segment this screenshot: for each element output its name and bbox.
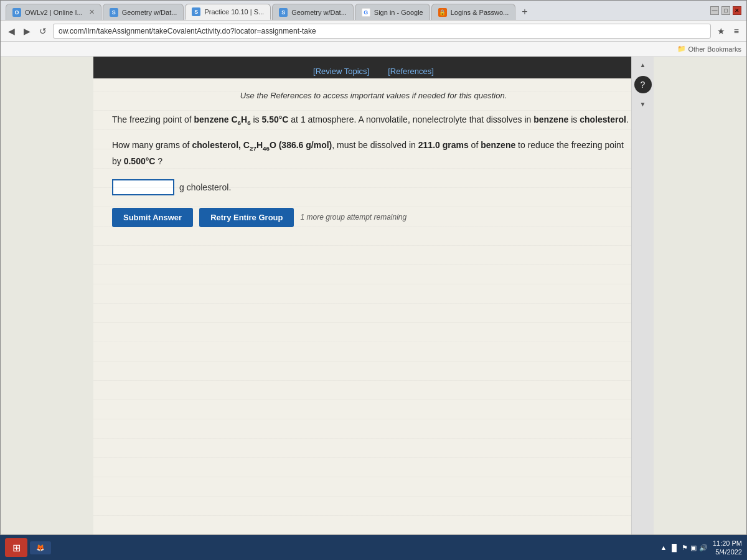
delta-t-bold: 0.500°C: [124, 156, 156, 166]
firefox-icon: 🦊: [36, 544, 45, 552]
help-icon[interactable]: ?: [634, 76, 652, 93]
tab-favicon-geo: S: [110, 8, 118, 17]
freezing-point-bold: 5.50°C: [261, 114, 288, 124]
network-icon: ▲: [660, 544, 667, 551]
browser-window: O OWLv2 | Online I... ✕ S Geometry w/Dat…: [0, 0, 747, 535]
signal-icon: ▐▌: [669, 544, 679, 551]
benzene-bold-1: benzene C6H6: [194, 114, 251, 124]
tab-favicon-geo2: S: [279, 8, 288, 17]
monitor-icon: ▣: [690, 544, 697, 552]
taskbar-system-icons: ▲ ▐▌ ⚑ ▣ 🔊: [660, 544, 707, 552]
new-tab-button[interactable]: +: [517, 4, 532, 20]
tab-label-geometry: Geometry w/Dat...: [122, 9, 177, 16]
tab-label-geometry2: Geometry w/Dat...: [291, 9, 347, 16]
tab-label-owlv2: OWLv2 | Online I...: [25, 9, 83, 16]
cholesterol-bold-1: cholesterol: [580, 114, 626, 124]
page-content: [Review Topics] [References] Use the Ref…: [1, 57, 746, 534]
tab-label-google: Sign in - Google: [374, 9, 423, 16]
forward-button[interactable]: ▶: [21, 25, 33, 37]
benzene-bold-3: benzene: [481, 140, 515, 150]
scroll-up-arrow[interactable]: ▲: [640, 62, 646, 68]
tab-google[interactable]: G Sign in - Google: [355, 4, 430, 20]
windows-icon: ⊞: [12, 542, 21, 554]
tab-strip: O OWLv2 | Online I... ✕ S Geometry w/Dat…: [6, 1, 703, 20]
clock-date: 5/4/2022: [713, 548, 742, 556]
window-controls: — □ ✕: [710, 6, 741, 15]
browser-toolbar: ◀ ▶ ↺ ow.com/ilrn/takeAssignment/takeCov…: [1, 21, 746, 42]
reload-button[interactable]: ↺: [37, 25, 49, 37]
benzene-bold-2: benzene: [533, 114, 568, 124]
tab-practice[interactable]: S Practice 10.10 | S...: [185, 4, 271, 20]
tab-favicon-owl: O: [12, 8, 21, 17]
reference-bar: [Review Topics] [References]: [93, 64, 654, 78]
buttons-row: Submit Answer Retry Entire Group 1 more …: [112, 208, 635, 227]
start-button[interactable]: ⊞: [5, 538, 27, 557]
close-button[interactable]: ✕: [733, 6, 741, 15]
address-text: ow.com/ilrn/takeAssignment/takeCovalentA…: [59, 27, 316, 35]
tab-geometry2[interactable]: S Geometry w/Dat...: [272, 4, 354, 20]
taskbar-clock: 11:20 PM 5/4/2022: [713, 539, 742, 557]
tab-favicon-google: G: [362, 8, 370, 17]
references-link[interactable]: [References]: [388, 67, 434, 76]
bookmarks-bar: 📁 Other Bookmarks: [1, 42, 746, 57]
submit-answer-button[interactable]: Submit Answer: [112, 208, 193, 227]
tab-close-owlv2[interactable]: ✕: [89, 8, 95, 16]
bookmark-label: Other Bookmarks: [688, 45, 741, 53]
scroll-down-arrow[interactable]: ▼: [640, 101, 646, 108]
retry-entire-group-button[interactable]: Retry Entire Group: [199, 208, 294, 227]
review-topics-link[interactable]: [Review Topics]: [313, 67, 369, 76]
cholesterol-bold-2: cholesterol, C27H46O (386.6 g/mol): [192, 140, 332, 150]
tab-geometry[interactable]: S Geometry w/Dat...: [103, 4, 184, 20]
title-bar: O OWLv2 | Online I... ✕ S Geometry w/Dat…: [1, 1, 746, 21]
tab-favicon-logins: 🔒: [438, 8, 447, 17]
taskbar: ⊞ 🦊 ▲ ▐▌ ⚑ ▣ 🔊 11:20 PM 5/4/2022: [0, 535, 747, 560]
volume-icon: 🔊: [699, 544, 708, 552]
question-paragraph-2: How many grams of cholesterol, C27H46O (…: [112, 138, 635, 169]
folder-icon: 📁: [677, 45, 686, 53]
tab-label-practice: Practice 10.10 | S...: [204, 8, 264, 16]
minimize-button[interactable]: —: [710, 6, 719, 15]
tab-label-logins: Logins & Passwo...: [451, 9, 509, 16]
question-area: Use the References to access important v…: [93, 78, 654, 240]
bookmark-other[interactable]: 📁 Other Bookmarks: [677, 45, 741, 53]
flag-icon: ⚑: [682, 544, 688, 552]
menu-button[interactable]: ≡: [731, 25, 741, 37]
taskbar-firefox[interactable]: 🦊: [30, 541, 51, 554]
owl-header: [93, 57, 654, 64]
maximize-button[interactable]: □: [721, 6, 730, 15]
benzene-mass-bold: 211.0 grams: [418, 140, 469, 150]
answer-row: g cholesterol.: [112, 179, 635, 195]
tab-favicon-prac: S: [192, 7, 200, 16]
tab-owlv2[interactable]: O OWLv2 | Online I... ✕: [6, 4, 101, 20]
answer-unit-label: g cholesterol.: [179, 182, 231, 192]
answer-input[interactable]: [112, 179, 174, 195]
tab-logins[interactable]: 🔒 Logins & Passwo...: [431, 4, 516, 20]
back-button[interactable]: ◀: [6, 25, 17, 37]
taskbar-right: ▲ ▐▌ ⚑ ▣ 🔊 11:20 PM 5/4/2022: [660, 539, 742, 557]
question-paragraph-1: The freezing point of benzene C6H6 is 5.…: [112, 113, 635, 128]
attempt-remaining-text: 1 more group attempt remaining: [300, 213, 406, 222]
right-sidebar: ▲ ? ▼: [631, 57, 654, 534]
clock-time: 11:20 PM: [713, 539, 742, 548]
page-inner: [Review Topics] [References] Use the Ref…: [93, 57, 654, 534]
bookmark-star[interactable]: ★: [715, 25, 728, 37]
use-references-text: Use the References to access important v…: [112, 91, 635, 100]
address-bar[interactable]: ow.com/ilrn/takeAssignment/takeCovalentA…: [53, 24, 711, 39]
